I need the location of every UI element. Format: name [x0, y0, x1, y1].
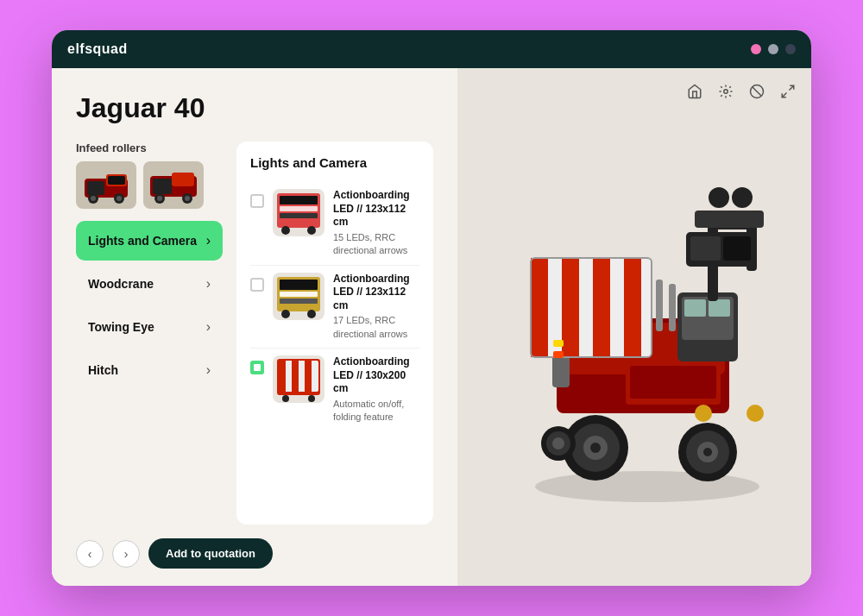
home-icon[interactable]: [685, 82, 704, 101]
svg-point-5: [117, 196, 122, 201]
option-desc-1: 15 LEDs, RRC directional arrows: [333, 231, 419, 258]
infeed-section: Infeed rollers: [76, 141, 223, 209]
option-desc-3: Automatic on/off, folding feature: [333, 398, 419, 424]
svg-rect-50: [593, 258, 610, 357]
nav-item-lights-camera-label: Lights and Camera: [88, 234, 197, 248]
option-radio-1[interactable]: [250, 194, 264, 208]
svg-point-58: [732, 187, 753, 208]
nav-item-lights-camera[interactable]: Lights and Camera ›: [76, 221, 223, 261]
svg-rect-74: [656, 280, 663, 331]
nav-item-towing-eye-label: Towing Eye: [88, 320, 154, 334]
infeed-thumb-2-img: [148, 166, 199, 204]
svg-rect-23: [280, 292, 318, 297]
svg-rect-80: [553, 351, 564, 358]
option-item-1: Actionboarding LED // 123x112 cm 15 LEDs…: [250, 182, 419, 266]
svg-line-37: [790, 85, 794, 90]
infeed-thumb-1-img: [80, 166, 132, 204]
configurator: Infeed rollers: [76, 141, 433, 525]
svg-rect-48: [531, 258, 548, 357]
option-thumb-1: [273, 189, 324, 236]
svg-point-68: [703, 448, 712, 456]
option-img-2: [273, 273, 324, 320]
expand-icon[interactable]: [778, 82, 797, 101]
dot-dark: [785, 44, 796, 54]
svg-line-38: [782, 93, 786, 97]
option-img-3: [273, 355, 324, 403]
options-title: Lights and Camera: [250, 155, 419, 170]
vehicle-3d-view[interactable]: [488, 146, 781, 508]
svg-rect-79: [553, 340, 564, 347]
svg-rect-1: [87, 181, 104, 195]
next-button[interactable]: ›: [112, 540, 140, 568]
option-name-3: Actionboarding LED // 130x200 cm: [333, 355, 419, 396]
svg-point-26: [307, 310, 316, 318]
infeed-images: [76, 161, 223, 209]
svg-point-57: [709, 187, 729, 208]
svg-rect-17: [280, 206, 318, 211]
svg-rect-14: [172, 173, 194, 186]
svg-point-25: [281, 310, 290, 318]
option-info-1: Actionboarding LED // 123x112 cm 15 LEDs…: [333, 189, 419, 258]
svg-rect-16: [280, 196, 318, 204]
vehicle-svg: [488, 146, 781, 508]
svg-point-39: [535, 471, 759, 502]
svg-rect-31: [305, 361, 312, 392]
app-logo: elfsquad: [67, 41, 128, 57]
infeed-thumb-1[interactable]: [76, 161, 136, 209]
svg-line-36: [753, 87, 762, 97]
chevron-icon-towing: ›: [206, 319, 211, 335]
chevron-icon-woodcrane: ›: [206, 276, 211, 292]
slash-icon[interactable]: [747, 82, 766, 101]
svg-rect-9: [153, 179, 172, 194]
svg-point-33: [308, 395, 315, 402]
option-item-2: Actionboarding LED // 123x112 cm 17 LEDs…: [250, 266, 419, 349]
nav-item-hitch[interactable]: Hitch ›: [76, 350, 223, 390]
dot-pink: [751, 44, 761, 54]
option-radio-2[interactable]: [250, 278, 264, 292]
prev-button[interactable]: ‹: [76, 540, 104, 568]
svg-rect-29: [279, 361, 286, 392]
infeed-label: Infeed rollers: [76, 141, 223, 154]
svg-rect-78: [723, 236, 751, 261]
dot-gray: [768, 44, 778, 54]
nav-item-woodcrane-label: Woodcrane: [88, 277, 154, 291]
right-panel: [457, 68, 811, 586]
option-item-3: Actionboarding LED // 130x200 cm Automat…: [250, 349, 419, 431]
gear-icon[interactable]: [716, 82, 735, 101]
bottom-bar: ‹ › Add to quotation: [76, 525, 433, 569]
option-desc-2: 17 LEDs, RRC directional arrows: [333, 314, 419, 341]
sidebar: Infeed rollers: [76, 141, 223, 525]
view-icons: [685, 82, 797, 101]
app-content: Jaguar 40 Infeed rollers: [52, 68, 811, 586]
svg-rect-51: [624, 258, 641, 357]
chevron-icon-lights: ›: [206, 233, 211, 248]
option-name-1: Actionboarding LED // 123x112 cm: [333, 189, 419, 229]
svg-point-13: [185, 196, 190, 201]
app-window: elfsquad Jaguar 40 Infeed rollers: [52, 30, 811, 586]
svg-rect-7: [108, 176, 125, 185]
option-radio-3[interactable]: [250, 361, 264, 374]
svg-rect-77: [690, 236, 721, 261]
nav-item-towing-eye[interactable]: Towing Eye ›: [76, 307, 223, 347]
nav-item-woodcrane[interactable]: Woodcrane ›: [76, 264, 223, 304]
window-dots: [751, 44, 796, 54]
svg-rect-45: [684, 299, 706, 317]
add-quotation-button[interactable]: Add to quotation: [148, 538, 273, 569]
svg-rect-56: [695, 211, 764, 228]
svg-point-32: [282, 395, 289, 402]
svg-point-34: [724, 90, 728, 94]
svg-rect-18: [280, 213, 318, 218]
svg-rect-22: [280, 280, 318, 290]
svg-point-19: [281, 226, 290, 235]
svg-rect-49: [562, 258, 579, 357]
infeed-thumb-2[interactable]: [143, 161, 204, 209]
svg-point-71: [552, 437, 564, 449]
svg-point-60: [746, 405, 764, 422]
svg-point-20: [307, 226, 316, 235]
svg-rect-46: [709, 299, 730, 317]
nav-item-hitch-label: Hitch: [88, 363, 118, 377]
svg-rect-24: [280, 299, 318, 304]
option-thumb-2: [273, 273, 324, 320]
nav-items: Lights and Camera › Woodcrane › Towing E…: [76, 221, 223, 393]
options-panel: Lights and Camera: [236, 141, 433, 525]
